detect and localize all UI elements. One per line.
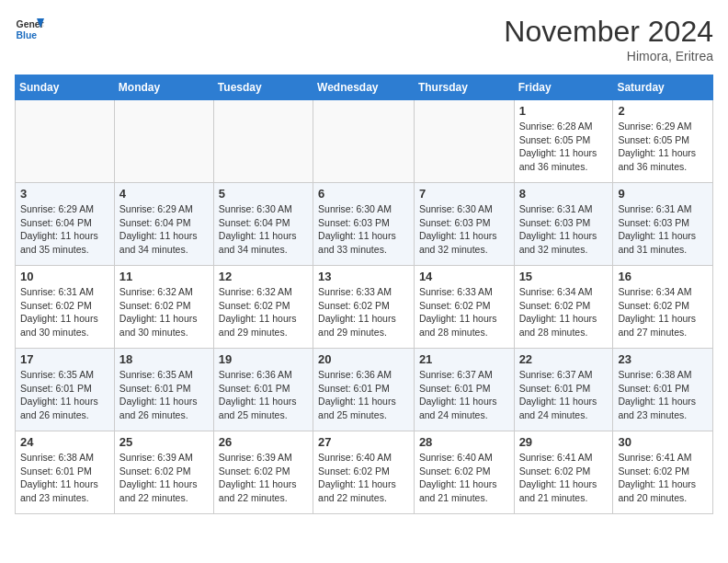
day-info: Sunrise: 6:40 AMSunset: 6:02 PMDaylight:… [318, 451, 409, 505]
day-number: 5 [219, 187, 308, 201]
day-number: 6 [318, 187, 409, 201]
day-number: 26 [219, 435, 308, 449]
weekday-header: Wednesday [313, 75, 415, 100]
day-info: Sunrise: 6:38 AMSunset: 6:01 PMDaylight:… [20, 451, 109, 505]
day-info: Sunrise: 6:41 AMSunset: 6:02 PMDaylight:… [519, 451, 609, 505]
calendar-cell: 22Sunrise: 6:37 AMSunset: 6:01 PMDayligh… [514, 349, 613, 431]
weekday-header: Monday [114, 75, 213, 100]
calendar-cell: 19Sunrise: 6:36 AMSunset: 6:01 PMDayligh… [213, 349, 313, 431]
calendar-table: SundayMondayTuesdayWednesdayThursdayFrid… [15, 75, 713, 514]
calendar-cell [213, 100, 313, 183]
day-number: 25 [119, 435, 209, 449]
calendar-cell: 13Sunrise: 6:33 AMSunset: 6:02 PMDayligh… [313, 266, 415, 349]
day-info: Sunrise: 6:34 AMSunset: 6:02 PMDaylight:… [519, 285, 609, 339]
location: Himora, Eritrea [504, 49, 713, 63]
day-number: 28 [419, 435, 509, 449]
calendar-cell: 16Sunrise: 6:34 AMSunset: 6:02 PMDayligh… [613, 266, 713, 349]
day-number: 21 [419, 352, 509, 366]
calendar-cell: 28Sunrise: 6:40 AMSunset: 6:02 PMDayligh… [414, 431, 514, 514]
calendar-cell [414, 100, 514, 183]
title-area: November 2024 Himora, Eritrea [504, 15, 713, 63]
day-info: Sunrise: 6:39 AMSunset: 6:02 PMDaylight:… [219, 451, 308, 505]
day-info: Sunrise: 6:32 AMSunset: 6:02 PMDaylight:… [119, 285, 209, 339]
day-number: 22 [519, 352, 609, 366]
day-info: Sunrise: 6:37 AMSunset: 6:01 PMDaylight:… [419, 368, 509, 422]
logo: General Blue [15, 15, 44, 44]
day-number: 2 [618, 104, 708, 118]
day-info: Sunrise: 6:37 AMSunset: 6:01 PMDaylight:… [519, 368, 609, 422]
calendar-cell: 24Sunrise: 6:38 AMSunset: 6:01 PMDayligh… [16, 431, 115, 514]
calendar-week-row: 1Sunrise: 6:28 AMSunset: 6:05 PMDaylight… [16, 100, 713, 183]
day-number: 9 [618, 187, 708, 201]
day-info: Sunrise: 6:30 AMSunset: 6:03 PMDaylight:… [318, 202, 409, 257]
day-info: Sunrise: 6:41 AMSunset: 6:02 PMDaylight:… [618, 451, 708, 505]
day-number: 19 [219, 352, 308, 366]
day-info: Sunrise: 6:32 AMSunset: 6:02 PMDaylight:… [219, 285, 308, 339]
day-info: Sunrise: 6:30 AMSunset: 6:04 PMDaylight:… [219, 202, 308, 257]
calendar-cell: 11Sunrise: 6:32 AMSunset: 6:02 PMDayligh… [114, 266, 213, 349]
day-info: Sunrise: 6:31 AMSunset: 6:03 PMDaylight:… [519, 202, 609, 257]
day-info: Sunrise: 6:35 AMSunset: 6:01 PMDaylight:… [20, 368, 109, 422]
day-info: Sunrise: 6:29 AMSunset: 6:05 PMDaylight:… [618, 120, 708, 174]
calendar-week-row: 17Sunrise: 6:35 AMSunset: 6:01 PMDayligh… [16, 349, 713, 431]
day-number: 1 [519, 104, 609, 118]
calendar-cell: 27Sunrise: 6:40 AMSunset: 6:02 PMDayligh… [313, 431, 415, 514]
calendar-cell: 1Sunrise: 6:28 AMSunset: 6:05 PMDaylight… [514, 100, 613, 183]
calendar-cell [313, 100, 415, 183]
day-info: Sunrise: 6:30 AMSunset: 6:03 PMDaylight:… [419, 202, 509, 257]
calendar-cell: 9Sunrise: 6:31 AMSunset: 6:03 PMDaylight… [613, 183, 713, 266]
month-title: November 2024 [504, 15, 713, 49]
day-number: 13 [318, 270, 409, 283]
day-info: Sunrise: 6:33 AMSunset: 6:02 PMDaylight:… [318, 285, 409, 339]
calendar-cell: 25Sunrise: 6:39 AMSunset: 6:02 PMDayligh… [114, 431, 213, 514]
calendar-cell [16, 100, 115, 183]
day-number: 29 [519, 435, 609, 449]
day-number: 7 [419, 187, 509, 201]
page-header: General Blue November 2024 Himora, Eritr… [15, 15, 713, 63]
weekday-header: Friday [514, 75, 613, 100]
calendar-week-row: 24Sunrise: 6:38 AMSunset: 6:01 PMDayligh… [16, 431, 713, 514]
calendar-cell: 5Sunrise: 6:30 AMSunset: 6:04 PMDaylight… [213, 183, 313, 266]
day-number: 12 [219, 270, 308, 283]
calendar-cell: 18Sunrise: 6:35 AMSunset: 6:01 PMDayligh… [114, 349, 213, 431]
logo-icon: General Blue [15, 15, 44, 44]
weekday-header: Sunday [16, 75, 115, 100]
day-info: Sunrise: 6:31 AMSunset: 6:03 PMDaylight:… [618, 202, 708, 257]
day-number: 10 [20, 270, 109, 283]
calendar-cell: 4Sunrise: 6:29 AMSunset: 6:04 PMDaylight… [114, 183, 213, 266]
day-info: Sunrise: 6:29 AMSunset: 6:04 PMDaylight:… [119, 202, 209, 257]
calendar-cell: 10Sunrise: 6:31 AMSunset: 6:02 PMDayligh… [16, 266, 115, 349]
day-number: 14 [419, 270, 509, 283]
calendar-cell: 21Sunrise: 6:37 AMSunset: 6:01 PMDayligh… [414, 349, 514, 431]
day-info: Sunrise: 6:36 AMSunset: 6:01 PMDaylight:… [318, 368, 409, 422]
calendar-cell: 2Sunrise: 6:29 AMSunset: 6:05 PMDaylight… [613, 100, 713, 183]
calendar-cell: 17Sunrise: 6:35 AMSunset: 6:01 PMDayligh… [16, 349, 115, 431]
day-number: 15 [519, 270, 609, 283]
calendar-cell: 14Sunrise: 6:33 AMSunset: 6:02 PMDayligh… [414, 266, 514, 349]
day-number: 3 [20, 187, 109, 201]
calendar-cell: 23Sunrise: 6:38 AMSunset: 6:01 PMDayligh… [613, 349, 713, 431]
calendar-cell: 29Sunrise: 6:41 AMSunset: 6:02 PMDayligh… [514, 431, 613, 514]
day-number: 23 [618, 352, 708, 366]
calendar-cell: 6Sunrise: 6:30 AMSunset: 6:03 PMDaylight… [313, 183, 415, 266]
day-number: 27 [318, 435, 409, 449]
day-info: Sunrise: 6:29 AMSunset: 6:04 PMDaylight:… [20, 202, 109, 257]
weekday-header-row: SundayMondayTuesdayWednesdayThursdayFrid… [16, 75, 713, 100]
day-number: 18 [119, 352, 209, 366]
calendar-cell: 30Sunrise: 6:41 AMSunset: 6:02 PMDayligh… [613, 431, 713, 514]
day-info: Sunrise: 6:31 AMSunset: 6:02 PMDaylight:… [20, 285, 109, 339]
calendar-week-row: 3Sunrise: 6:29 AMSunset: 6:04 PMDaylight… [16, 183, 713, 266]
day-info: Sunrise: 6:38 AMSunset: 6:01 PMDaylight:… [618, 368, 708, 422]
calendar-cell: 8Sunrise: 6:31 AMSunset: 6:03 PMDaylight… [514, 183, 613, 266]
day-number: 30 [618, 435, 708, 449]
calendar-cell: 12Sunrise: 6:32 AMSunset: 6:02 PMDayligh… [213, 266, 313, 349]
day-info: Sunrise: 6:34 AMSunset: 6:02 PMDaylight:… [618, 285, 708, 339]
calendar-cell: 20Sunrise: 6:36 AMSunset: 6:01 PMDayligh… [313, 349, 415, 431]
day-number: 24 [20, 435, 109, 449]
day-number: 17 [20, 352, 109, 366]
day-number: 4 [119, 187, 209, 201]
calendar-cell: 7Sunrise: 6:30 AMSunset: 6:03 PMDaylight… [414, 183, 514, 266]
day-info: Sunrise: 6:33 AMSunset: 6:02 PMDaylight:… [419, 285, 509, 339]
day-number: 20 [318, 352, 409, 366]
day-number: 16 [618, 270, 708, 283]
